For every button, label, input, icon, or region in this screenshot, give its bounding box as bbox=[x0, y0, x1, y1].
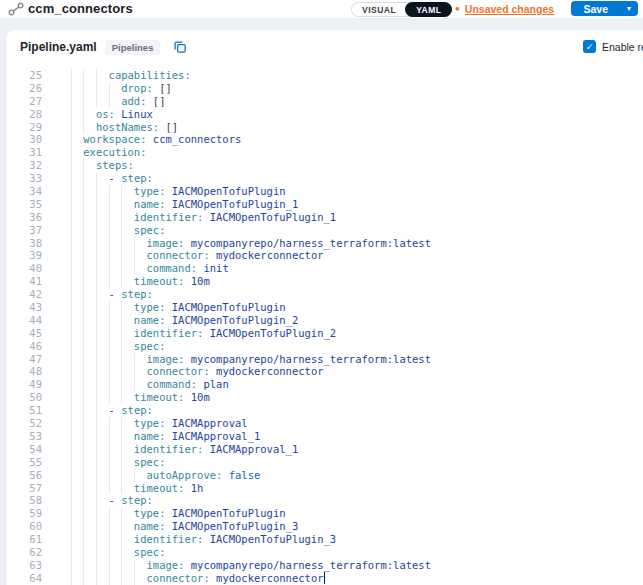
code-text[interactable]: spec: bbox=[58, 546, 643, 559]
code-line[interactable]: 50 timeout: 10m bbox=[6, 391, 643, 404]
code-text[interactable]: type: IACMOpenTofuPlugin bbox=[58, 507, 643, 520]
code-text[interactable]: - step: bbox=[58, 404, 643, 417]
code-line[interactable]: 31 execution: bbox=[6, 146, 643, 159]
code-text[interactable]: connector: mydockerconnector bbox=[58, 365, 643, 378]
code-text[interactable]: spec: bbox=[58, 224, 643, 237]
code-text[interactable]: hostNames: [] bbox=[58, 121, 643, 134]
code-line[interactable]: 55 spec: bbox=[6, 456, 643, 469]
code-line[interactable]: 49 command: plan bbox=[6, 378, 643, 391]
visual-tab[interactable]: VISUAL bbox=[352, 3, 406, 16]
code-line[interactable]: 58 - step: bbox=[6, 494, 643, 507]
code-text[interactable]: name: IACMApproval_1 bbox=[58, 430, 643, 443]
code-text[interactable]: identifier: IACMApproval_1 bbox=[58, 443, 643, 456]
unsaved-changes-link[interactable]: ● Unsaved changes bbox=[455, 3, 554, 15]
code-line[interactable]: 48 connector: mydockerconnector bbox=[6, 365, 643, 378]
code-text[interactable]: drop: [] bbox=[58, 82, 643, 95]
yaml-token-val: ccm_connectors bbox=[147, 133, 242, 145]
code-text[interactable]: type: IACMOpenTofuPlugin bbox=[58, 185, 643, 198]
code-line[interactable]: 33 - step: bbox=[6, 172, 643, 185]
code-line[interactable]: 32 steps: bbox=[6, 159, 643, 172]
code-line[interactable]: 43 type: IACMOpenTofuPlugin bbox=[6, 301, 643, 314]
code-text[interactable]: workspace: ccm_connectors bbox=[58, 133, 643, 146]
code-text[interactable]: execution: bbox=[58, 146, 643, 159]
code-text[interactable]: name: IACMOpenTofuPlugin_2 bbox=[58, 314, 643, 327]
code-text[interactable]: identifier: IACMOpenTofuPlugin_1 bbox=[58, 211, 643, 224]
code-line[interactable]: 30 workspace: ccm_connectors bbox=[6, 133, 643, 146]
code-text[interactable]: - step: bbox=[58, 172, 643, 185]
code-line[interactable]: 57 timeout: 1h bbox=[6, 482, 643, 495]
code-text[interactable]: capabilities: bbox=[58, 69, 643, 82]
indent-guide bbox=[71, 108, 72, 121]
code-line[interactable]: 29 hostNames: [] bbox=[6, 121, 643, 134]
indent-guide bbox=[83, 172, 84, 185]
yaml-token-key: name: bbox=[134, 198, 166, 210]
code-text[interactable]: spec: bbox=[58, 456, 643, 469]
code-line[interactable]: 59 type: IACMOpenTofuPlugin bbox=[6, 507, 643, 520]
code-line[interactable]: 25 capabilities: bbox=[6, 69, 643, 82]
code-line[interactable]: 52 type: IACMApproval bbox=[6, 417, 643, 430]
code-text[interactable]: add: [] bbox=[58, 95, 643, 108]
code-line[interactable]: 44 name: IACMOpenTofuPlugin_2 bbox=[6, 314, 643, 327]
code-text[interactable]: image: mycompanyrepo/harness_terraform:l… bbox=[58, 559, 643, 572]
code-text[interactable]: - step: bbox=[58, 494, 643, 507]
code-line[interactable]: 34 type: IACMOpenTofuPlugin bbox=[6, 185, 643, 198]
save-dropdown-button[interactable]: ▼ bbox=[620, 1, 638, 16]
code-text[interactable]: type: IACMApproval bbox=[58, 417, 643, 430]
yaml-token-key: execution: bbox=[83, 146, 146, 158]
indent-guide bbox=[83, 224, 84, 237]
code-line[interactable]: 38 image: mycompanyrepo/harness_terrafor… bbox=[6, 237, 643, 250]
code-line[interactable]: 61 identifier: IACMOpenTofuPlugin_3 bbox=[6, 533, 643, 546]
indent-guide bbox=[121, 572, 122, 585]
code-line[interactable]: 35 name: IACMOpenTofuPlugin_1 bbox=[6, 198, 643, 211]
code-text[interactable]: image: mycompanyrepo/harness_terraform:l… bbox=[58, 237, 643, 250]
code-line[interactable]: 63 image: mycompanyrepo/harness_terrafor… bbox=[6, 559, 643, 572]
code-line[interactable]: 39 connector: mydockerconnector bbox=[6, 249, 643, 262]
code-line[interactable]: 36 identifier: IACMOpenTofuPlugin_1 bbox=[6, 211, 643, 224]
code-line[interactable]: 37 spec: bbox=[6, 224, 643, 237]
code-line[interactable]: 40 command: init bbox=[6, 262, 643, 275]
code-text[interactable]: timeout: 1h bbox=[58, 482, 643, 495]
code-text[interactable]: name: IACMOpenTofuPlugin_3 bbox=[58, 520, 643, 533]
code-text[interactable]: connector: mydockerconnector bbox=[58, 249, 643, 262]
code-text[interactable]: identifier: IACMOpenTofuPlugin_3 bbox=[58, 533, 643, 546]
code-line[interactable]: 62 spec: bbox=[6, 546, 643, 559]
code-line[interactable]: 60 name: IACMOpenTofuPlugin_3 bbox=[6, 520, 643, 533]
code-text[interactable]: command: plan bbox=[58, 378, 643, 391]
code-line[interactable]: 28 os: Linux bbox=[6, 108, 643, 121]
code-line[interactable]: 53 name: IACMApproval_1 bbox=[6, 430, 643, 443]
code-line[interactable]: 47 image: mycompanyrepo/harness_terrafor… bbox=[6, 353, 643, 366]
code-line[interactable]: 26 drop: [] bbox=[6, 82, 643, 95]
yaml-tab[interactable]: YAML bbox=[405, 2, 452, 17]
code-text[interactable]: spec: bbox=[58, 340, 643, 353]
code-text[interactable]: autoApprove: false bbox=[58, 469, 643, 482]
code-text[interactable]: steps: bbox=[58, 159, 643, 172]
code-line[interactable]: 42 - step: bbox=[6, 288, 643, 301]
code-text[interactable]: connector: mydockerconnector bbox=[58, 572, 643, 585]
code-line[interactable]: 56 autoApprove: false bbox=[6, 469, 643, 482]
code-text[interactable]: name: IACMOpenTofuPlugin_1 bbox=[58, 198, 643, 211]
code-line[interactable]: 45 identifier: IACMOpenTofuPlugin_2 bbox=[6, 327, 643, 340]
code-text[interactable]: timeout: 10m bbox=[58, 275, 643, 288]
enable-readonly-checkbox[interactable]: ✓ bbox=[583, 40, 596, 53]
code-text[interactable]: command: init bbox=[58, 262, 643, 275]
code-line[interactable]: 51 - step: bbox=[6, 404, 643, 417]
code-text[interactable]: identifier: IACMOpenTofuPlugin_2 bbox=[58, 327, 643, 340]
code-line[interactable]: 54 identifier: IACMApproval_1 bbox=[6, 443, 643, 456]
code-line[interactable]: 41 timeout: 10m bbox=[6, 275, 643, 288]
save-button[interactable]: Save bbox=[571, 1, 620, 16]
indent-guide bbox=[71, 237, 72, 250]
yaml-token-key: command: bbox=[147, 262, 198, 274]
yaml-editor[interactable]: 25 capabilities:26 drop: []27 add: []28 … bbox=[6, 66, 643, 585]
code-text[interactable]: os: Linux bbox=[58, 108, 643, 121]
line-number: 53 bbox=[6, 430, 52, 443]
code-text[interactable]: type: IACMOpenTofuPlugin bbox=[58, 301, 643, 314]
code-line[interactable]: 46 spec: bbox=[6, 340, 643, 353]
indent-guide bbox=[71, 353, 72, 366]
code-text[interactable]: image: mycompanyrepo/harness_terraform:l… bbox=[58, 353, 643, 366]
code-line[interactable]: 64 connector: mydockerconnector bbox=[6, 572, 643, 585]
code-text[interactable]: timeout: 10m bbox=[58, 391, 643, 404]
indent-guide bbox=[121, 262, 122, 275]
code-line[interactable]: 27 add: [] bbox=[6, 95, 643, 108]
code-text[interactable]: - step: bbox=[58, 288, 643, 301]
copy-button[interactable] bbox=[173, 40, 187, 54]
